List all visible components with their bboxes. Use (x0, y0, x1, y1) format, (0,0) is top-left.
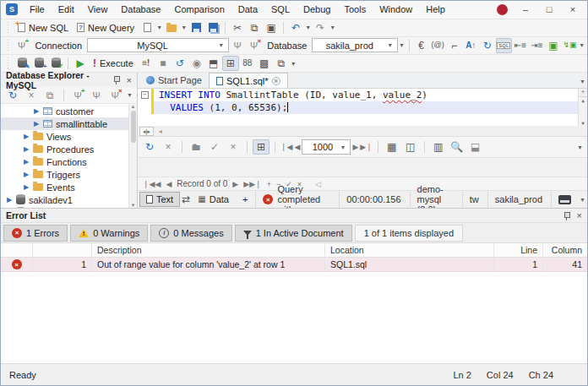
database-refresh-dropdown[interactable]: ▼ (398, 42, 406, 48)
tab-close-icon[interactable]: × (272, 77, 280, 85)
indent-increase-button[interactable]: ⇥≡ (529, 38, 546, 53)
last-page-button[interactable]: ▶❘ (360, 143, 372, 151)
results-toolbar-overflow[interactable]: ▼ (576, 144, 584, 150)
find-in-grid-button[interactable]: 🔍 (449, 139, 466, 155)
new-sql-button[interactable]: New SQL (14, 21, 73, 35)
explorer-delete-button[interactable]: × (23, 88, 40, 103)
outline-collapse-icon[interactable]: − (141, 91, 149, 99)
menu-comparison[interactable]: Comparison (167, 3, 231, 16)
sql-editor[interactable]: − INSERT INTO SmallintTable (ID, value_1… (138, 89, 587, 126)
validate-database-button[interactable]: ✓ (47, 56, 64, 71)
error-list-close-icon[interactable]: × (577, 210, 582, 220)
explorer-toolbar-overflow[interactable]: ▼ (126, 92, 133, 98)
uppercase-button[interactable]: A↑ (462, 38, 479, 53)
editor-results-splitter[interactable]: ◂|▸ ◂ (138, 126, 587, 137)
first-record-button[interactable]: ❘◀◀ (143, 180, 161, 188)
tab-text-results[interactable]: Text (139, 192, 180, 207)
editor-scrollbar[interactable]: ÷ ▲ ▼ (578, 89, 587, 126)
splitter-handle-icon[interactable]: ◂|▸ (139, 127, 154, 136)
history-button[interactable]: ↺ (172, 56, 188, 71)
connection-state-indicator[interactable] (551, 192, 578, 207)
filter-messages-button[interactable]: i 0 Messages (150, 225, 231, 242)
explorer-refresh-button[interactable]: ↻ (4, 88, 21, 103)
undo-button[interactable]: ↶ (287, 20, 304, 35)
swap-results-button[interactable]: ⇄ (182, 192, 190, 207)
connect-button[interactable]: Ψ (229, 38, 246, 53)
tree-item-triggers[interactable]: ▶ Triggers (1, 168, 137, 181)
execute-script-button[interactable]: ≡! (138, 56, 155, 71)
save-button[interactable] (188, 20, 204, 35)
column-header-number[interactable] (33, 243, 92, 257)
format-sql-button[interactable]: SQL (496, 38, 513, 53)
tree-item-events[interactable]: ▶ Events (1, 181, 137, 193)
menu-debug[interactable]: Debug (297, 3, 337, 16)
status-strip-overflow[interactable]: ▼ (580, 197, 585, 203)
connection-combobox[interactable]: MySQL ▼ (87, 38, 229, 52)
prev-page-button[interactable]: ◀ (294, 143, 300, 151)
run-button[interactable]: ▶ (72, 56, 89, 71)
expand-icon[interactable]: ▶ (23, 171, 30, 178)
stop-button[interactable]: ■ (155, 56, 172, 71)
paste-button[interactable]: ▣ (263, 20, 280, 35)
append-record-button[interactable]: + (267, 180, 271, 188)
copy-button[interactable]: ⧉ (246, 20, 263, 35)
scroll-up-icon[interactable]: ▲ (581, 97, 585, 103)
tab-list-dropdown[interactable]: ▼ (580, 79, 587, 88)
minimize-button[interactable]: – (520, 4, 531, 14)
menu-tools[interactable]: Tools (337, 3, 373, 16)
prev-record-button[interactable]: ◀ (166, 180, 172, 188)
scroll-up-icon[interactable]: ▲ (131, 104, 136, 109)
parentheses-button[interactable]: (@) (429, 38, 446, 53)
new-document-button[interactable] (139, 20, 155, 35)
manage-database-button[interactable]: ✎ (14, 56, 30, 71)
split-editor-handle[interactable]: ÷ (579, 89, 587, 97)
tab-sql1[interactable]: SQL1.sql* × (209, 73, 288, 88)
cut-button[interactable]: ✂ (229, 20, 246, 35)
tab-data-results[interactable]: ▦ Data (192, 192, 235, 207)
grid-options-button[interactable]: ⬓ (467, 139, 484, 155)
column-header-description[interactable]: Description (92, 243, 325, 257)
tree-item-views[interactable]: ▶ Views (1, 130, 137, 143)
expand-icon[interactable]: ▶ (23, 133, 30, 140)
tree-item-procedures[interactable]: ▶ Procedures (1, 143, 137, 155)
expand-icon[interactable]: ▶ (23, 183, 30, 191)
tree-item-customer[interactable]: ▶ customer (1, 105, 137, 117)
execute-toolbar-overflow[interactable]: ▼ (290, 61, 297, 67)
explorer-new-connection-button[interactable]: Ψ+ (69, 88, 86, 103)
scroll-down-icon[interactable]: ▼ (131, 203, 136, 208)
filter-active-document-button[interactable]: 1 In Active Document (235, 225, 352, 242)
account-badge[interactable] (497, 4, 508, 15)
menu-database[interactable]: Database (114, 3, 167, 16)
column-header-severity[interactable] (1, 243, 33, 257)
explorer-duplicate-button[interactable]: ⧉ (41, 88, 58, 103)
import-data-button[interactable]: ⬒ (205, 56, 222, 71)
menu-edit[interactable]: Edit (52, 3, 81, 16)
new-query-button[interactable]: New Query (73, 21, 139, 35)
last-record-button[interactable]: ▶▶❘ (243, 180, 261, 188)
new-database-button[interactable]: + (30, 56, 47, 71)
indent-decrease-button[interactable]: ⇤≡ (512, 38, 529, 53)
menu-view[interactable]: View (81, 3, 115, 16)
tree-item-sakiladev2[interactable]: ▶ sakiladev2 (1, 206, 137, 208)
next-page-button[interactable]: ▶ (352, 143, 358, 151)
redo-button[interactable]: ↷ (312, 20, 329, 35)
grid-view-button[interactable]: ▦ (384, 139, 400, 155)
step-in-button[interactable]: ▣ (545, 38, 562, 53)
column-header-location[interactable]: Location (325, 243, 494, 257)
step-out-button[interactable]: ↯▣ (562, 38, 579, 53)
card-view-button[interactable]: ◫ (402, 139, 419, 155)
pin-icon[interactable] (563, 211, 570, 220)
expand-icon[interactable]: ▶ (23, 145, 30, 153)
menu-window[interactable]: Window (373, 3, 419, 16)
open-file-dropdown[interactable]: ▼ (180, 24, 188, 30)
save-all-button[interactable] (204, 20, 221, 35)
column-visibility-button[interactable]: ▥ (430, 139, 447, 155)
explorer-connect-button[interactable]: Ψ (88, 88, 105, 103)
next-record-button[interactable]: ▶ (232, 180, 238, 188)
expand-icon[interactable]: ▶ (23, 158, 30, 166)
menu-sql[interactable]: SQL (264, 3, 297, 16)
open-file-button[interactable] (163, 20, 180, 35)
tree-item-sakiladev1[interactable]: ▶ sakiladev1 (1, 193, 137, 206)
rename-button[interactable]: ⌐ (446, 38, 463, 53)
disconnect-button[interactable]: Ψ× (246, 38, 263, 53)
